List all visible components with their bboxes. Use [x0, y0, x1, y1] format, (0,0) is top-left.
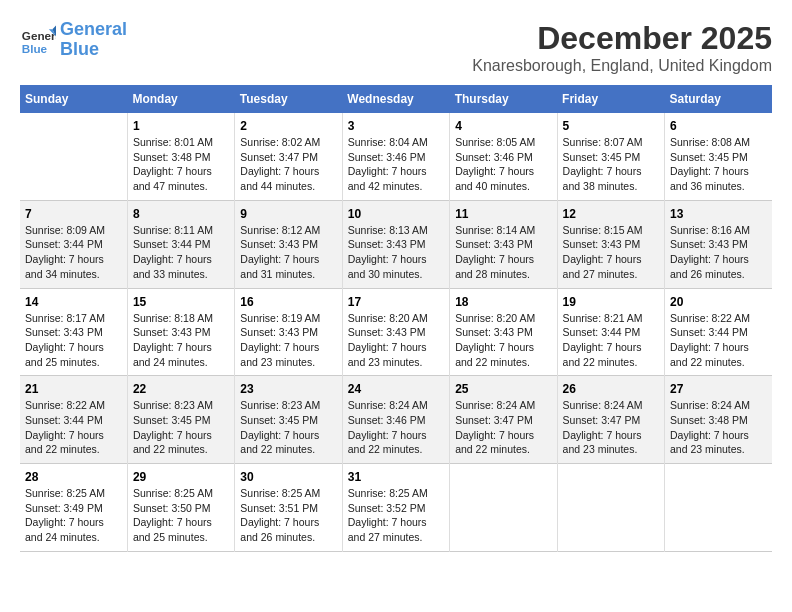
calendar-cell: 16Sunrise: 8:19 AMSunset: 3:43 PMDayligh…	[235, 288, 342, 376]
header-cell-friday: Friday	[557, 85, 664, 113]
month-title: December 2025	[472, 20, 772, 57]
calendar-cell: 5Sunrise: 8:07 AMSunset: 3:45 PMDaylight…	[557, 113, 664, 200]
calendar-cell: 21Sunrise: 8:22 AMSunset: 3:44 PMDayligh…	[20, 376, 127, 464]
day-detail: Sunrise: 8:24 AMSunset: 3:47 PMDaylight:…	[563, 398, 659, 457]
day-number: 24	[348, 382, 444, 396]
day-number: 27	[670, 382, 767, 396]
day-detail: Sunrise: 8:18 AMSunset: 3:43 PMDaylight:…	[133, 311, 229, 370]
calendar-cell	[20, 113, 127, 200]
day-number: 2	[240, 119, 336, 133]
logo: General Blue General Blue	[20, 20, 127, 60]
calendar-cell: 13Sunrise: 8:16 AMSunset: 3:43 PMDayligh…	[665, 200, 772, 288]
day-number: 15	[133, 295, 229, 309]
day-number: 5	[563, 119, 659, 133]
header-row: SundayMondayTuesdayWednesdayThursdayFrid…	[20, 85, 772, 113]
calendar-cell: 6Sunrise: 8:08 AMSunset: 3:45 PMDaylight…	[665, 113, 772, 200]
day-number: 10	[348, 207, 444, 221]
day-detail: Sunrise: 8:09 AMSunset: 3:44 PMDaylight:…	[25, 223, 122, 282]
day-number: 8	[133, 207, 229, 221]
day-number: 17	[348, 295, 444, 309]
calendar-cell: 18Sunrise: 8:20 AMSunset: 3:43 PMDayligh…	[450, 288, 557, 376]
day-detail: Sunrise: 8:24 AMSunset: 3:48 PMDaylight:…	[670, 398, 767, 457]
calendar-cell: 20Sunrise: 8:22 AMSunset: 3:44 PMDayligh…	[665, 288, 772, 376]
day-detail: Sunrise: 8:02 AMSunset: 3:47 PMDaylight:…	[240, 135, 336, 194]
day-number: 18	[455, 295, 551, 309]
calendar-cell: 19Sunrise: 8:21 AMSunset: 3:44 PMDayligh…	[557, 288, 664, 376]
calendar-cell: 27Sunrise: 8:24 AMSunset: 3:48 PMDayligh…	[665, 376, 772, 464]
day-number: 19	[563, 295, 659, 309]
calendar-cell: 4Sunrise: 8:05 AMSunset: 3:46 PMDaylight…	[450, 113, 557, 200]
day-detail: Sunrise: 8:16 AMSunset: 3:43 PMDaylight:…	[670, 223, 767, 282]
header-cell-saturday: Saturday	[665, 85, 772, 113]
day-detail: Sunrise: 8:25 AMSunset: 3:52 PMDaylight:…	[348, 486, 444, 545]
day-number: 6	[670, 119, 767, 133]
day-detail: Sunrise: 8:23 AMSunset: 3:45 PMDaylight:…	[133, 398, 229, 457]
logo-icon: General Blue	[20, 22, 56, 58]
location-title: Knaresborough, England, United Kingdom	[472, 57, 772, 75]
svg-text:Blue: Blue	[22, 41, 48, 54]
header-cell-monday: Monday	[127, 85, 234, 113]
calendar-cell: 1Sunrise: 8:01 AMSunset: 3:48 PMDaylight…	[127, 113, 234, 200]
day-detail: Sunrise: 8:12 AMSunset: 3:43 PMDaylight:…	[240, 223, 336, 282]
day-number: 14	[25, 295, 122, 309]
calendar-cell: 9Sunrise: 8:12 AMSunset: 3:43 PMDaylight…	[235, 200, 342, 288]
day-number: 9	[240, 207, 336, 221]
day-detail: Sunrise: 8:20 AMSunset: 3:43 PMDaylight:…	[455, 311, 551, 370]
calendar-cell	[450, 464, 557, 552]
title-area: December 2025 Knaresborough, England, Un…	[472, 20, 772, 75]
day-detail: Sunrise: 8:11 AMSunset: 3:44 PMDaylight:…	[133, 223, 229, 282]
calendar-cell: 28Sunrise: 8:25 AMSunset: 3:49 PMDayligh…	[20, 464, 127, 552]
day-detail: Sunrise: 8:13 AMSunset: 3:43 PMDaylight:…	[348, 223, 444, 282]
calendar-cell: 22Sunrise: 8:23 AMSunset: 3:45 PMDayligh…	[127, 376, 234, 464]
day-detail: Sunrise: 8:08 AMSunset: 3:45 PMDaylight:…	[670, 135, 767, 194]
day-detail: Sunrise: 8:25 AMSunset: 3:50 PMDaylight:…	[133, 486, 229, 545]
day-number: 20	[670, 295, 767, 309]
calendar-cell: 30Sunrise: 8:25 AMSunset: 3:51 PMDayligh…	[235, 464, 342, 552]
header-cell-thursday: Thursday	[450, 85, 557, 113]
day-number: 1	[133, 119, 229, 133]
day-detail: Sunrise: 8:14 AMSunset: 3:43 PMDaylight:…	[455, 223, 551, 282]
calendar-table: SundayMondayTuesdayWednesdayThursdayFrid…	[20, 85, 772, 552]
day-detail: Sunrise: 8:25 AMSunset: 3:51 PMDaylight:…	[240, 486, 336, 545]
calendar-cell: 23Sunrise: 8:23 AMSunset: 3:45 PMDayligh…	[235, 376, 342, 464]
day-number: 22	[133, 382, 229, 396]
day-number: 29	[133, 470, 229, 484]
calendar-cell: 31Sunrise: 8:25 AMSunset: 3:52 PMDayligh…	[342, 464, 449, 552]
calendar-cell: 29Sunrise: 8:25 AMSunset: 3:50 PMDayligh…	[127, 464, 234, 552]
calendar-cell: 3Sunrise: 8:04 AMSunset: 3:46 PMDaylight…	[342, 113, 449, 200]
day-number: 26	[563, 382, 659, 396]
logo-text: General Blue	[60, 20, 127, 60]
calendar-cell	[557, 464, 664, 552]
day-number: 23	[240, 382, 336, 396]
day-detail: Sunrise: 8:04 AMSunset: 3:46 PMDaylight:…	[348, 135, 444, 194]
week-row-3: 14Sunrise: 8:17 AMSunset: 3:43 PMDayligh…	[20, 288, 772, 376]
calendar-cell: 12Sunrise: 8:15 AMSunset: 3:43 PMDayligh…	[557, 200, 664, 288]
calendar-cell: 7Sunrise: 8:09 AMSunset: 3:44 PMDaylight…	[20, 200, 127, 288]
calendar-cell: 8Sunrise: 8:11 AMSunset: 3:44 PMDaylight…	[127, 200, 234, 288]
calendar-cell: 24Sunrise: 8:24 AMSunset: 3:46 PMDayligh…	[342, 376, 449, 464]
calendar-cell: 25Sunrise: 8:24 AMSunset: 3:47 PMDayligh…	[450, 376, 557, 464]
calendar-cell: 10Sunrise: 8:13 AMSunset: 3:43 PMDayligh…	[342, 200, 449, 288]
day-detail: Sunrise: 8:25 AMSunset: 3:49 PMDaylight:…	[25, 486, 122, 545]
day-detail: Sunrise: 8:24 AMSunset: 3:46 PMDaylight:…	[348, 398, 444, 457]
day-detail: Sunrise: 8:22 AMSunset: 3:44 PMDaylight:…	[670, 311, 767, 370]
calendar-cell: 14Sunrise: 8:17 AMSunset: 3:43 PMDayligh…	[20, 288, 127, 376]
day-detail: Sunrise: 8:17 AMSunset: 3:43 PMDaylight:…	[25, 311, 122, 370]
calendar-cell	[665, 464, 772, 552]
day-detail: Sunrise: 8:05 AMSunset: 3:46 PMDaylight:…	[455, 135, 551, 194]
calendar-header: SundayMondayTuesdayWednesdayThursdayFrid…	[20, 85, 772, 113]
day-number: 12	[563, 207, 659, 221]
header-cell-tuesday: Tuesday	[235, 85, 342, 113]
day-detail: Sunrise: 8:20 AMSunset: 3:43 PMDaylight:…	[348, 311, 444, 370]
day-number: 4	[455, 119, 551, 133]
day-detail: Sunrise: 8:15 AMSunset: 3:43 PMDaylight:…	[563, 223, 659, 282]
day-number: 21	[25, 382, 122, 396]
day-number: 13	[670, 207, 767, 221]
day-detail: Sunrise: 8:19 AMSunset: 3:43 PMDaylight:…	[240, 311, 336, 370]
header: General Blue General Blue December 2025 …	[20, 20, 772, 75]
calendar-cell: 26Sunrise: 8:24 AMSunset: 3:47 PMDayligh…	[557, 376, 664, 464]
day-number: 16	[240, 295, 336, 309]
day-number: 25	[455, 382, 551, 396]
day-detail: Sunrise: 8:23 AMSunset: 3:45 PMDaylight:…	[240, 398, 336, 457]
day-detail: Sunrise: 8:21 AMSunset: 3:44 PMDaylight:…	[563, 311, 659, 370]
